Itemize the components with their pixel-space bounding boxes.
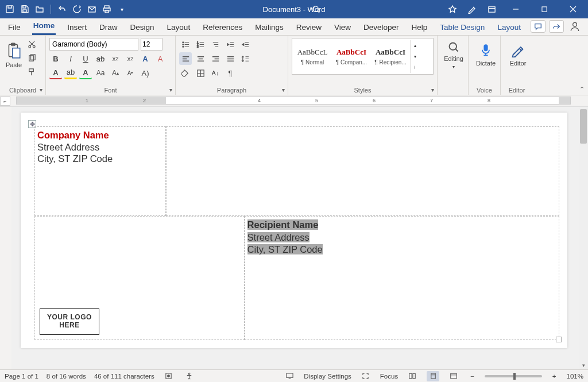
shading-button[interactable]	[179, 67, 192, 79]
style-recipient[interactable]: AaBbCcI ¶ Recipien...	[372, 40, 409, 73]
redo-icon[interactable]	[72, 4, 82, 14]
share-button[interactable]	[549, 20, 564, 33]
tab-references[interactable]: References	[202, 20, 243, 35]
macro-recording-icon[interactable]	[163, 371, 175, 381]
multilevel-button[interactable]	[209, 38, 222, 51]
display-settings-icon[interactable]	[283, 371, 296, 381]
comments-button[interactable]	[531, 20, 546, 33]
page-scroll[interactable]: ✥ Company Name Street Address City, ST Z…	[11, 107, 588, 369]
focus-label[interactable]: Focus	[380, 373, 398, 380]
sender-cell[interactable]: Company Name Street Address City, ST ZIP…	[34, 126, 166, 216]
table-resize-handle[interactable]	[556, 337, 562, 342]
web-layout-button[interactable]	[447, 371, 460, 381]
scroll-thumb[interactable]	[580, 109, 587, 144]
recipient-cell[interactable]: Recipient Name Street Address City, ST Z…	[245, 216, 559, 340]
tab-view[interactable]: View	[333, 20, 352, 35]
styles-more[interactable]: ▴▾⁝	[411, 40, 419, 73]
company-city[interactable]: City, ST ZIP Code	[37, 153, 163, 165]
search-button[interactable]	[312, 5, 320, 14]
ruler-track[interactable]: 1 2 4 5 6 7 8	[16, 97, 571, 105]
focus-icon[interactable]	[359, 371, 372, 381]
align-right-button[interactable]	[209, 52, 222, 65]
zoom-out-button[interactable]: −	[468, 373, 477, 380]
paste-button[interactable]: Paste	[3, 38, 24, 72]
strikethrough-button[interactable]: ab	[94, 52, 107, 65]
styles-gallery[interactable]: AaBbCcL ¶ Normal AaBbCcI ¶ Compan... AaB…	[292, 38, 434, 75]
quick-print-icon[interactable]	[102, 4, 112, 14]
tab-layout[interactable]: Layout	[166, 20, 192, 35]
increase-indent-button[interactable]	[239, 38, 252, 51]
font-name-combo[interactable]	[49, 38, 138, 51]
page[interactable]: ✥ Company Name Street Address City, ST Z…	[21, 113, 567, 348]
undo-icon[interactable]	[57, 4, 67, 14]
justify-button[interactable]	[224, 52, 237, 65]
scroll-down-icon[interactable]: ▾	[579, 361, 588, 369]
underline-button[interactable]: U	[79, 52, 92, 65]
status-page[interactable]: Page 1 of 1	[5, 373, 38, 380]
vertical-ruler[interactable]	[0, 107, 11, 369]
maximize-button[interactable]	[532, 0, 557, 18]
show-marks-button[interactable]: ¶	[224, 67, 237, 79]
subscript-button[interactable]: x2	[109, 52, 122, 65]
font-color-button[interactable]: A	[49, 67, 62, 79]
tab-selector[interactable]: ⌐	[0, 97, 10, 106]
grow-font-button[interactable]: A▴	[109, 67, 122, 79]
tab-insert[interactable]: Insert	[66, 20, 88, 35]
tab-table-layout[interactable]: Layout	[496, 20, 522, 35]
zoom-slider[interactable]	[485, 375, 542, 377]
editor-button[interactable]: Editor	[504, 38, 532, 72]
change-case-button[interactable]: Aa	[94, 67, 107, 79]
close-button[interactable]	[560, 0, 586, 18]
superscript-button[interactable]: x2	[124, 52, 137, 65]
coming-soon-icon[interactable]	[464, 0, 480, 18]
format-painter-button[interactable]	[25, 65, 38, 78]
paragraph-dialog-launcher[interactable]: ▾	[282, 87, 285, 93]
cut-button[interactable]	[25, 38, 38, 51]
tab-mailings[interactable]: Mailings	[254, 20, 285, 35]
display-settings-label[interactable]: Display Settings	[304, 373, 351, 380]
tab-draw[interactable]: Draw	[98, 20, 119, 35]
collapse-ribbon-icon[interactable]: ⌃	[579, 86, 585, 93]
bullets-button[interactable]	[179, 38, 192, 51]
open-icon[interactable]	[34, 4, 45, 14]
ribbon-display-icon[interactable]	[483, 0, 500, 18]
borders-button[interactable]	[194, 67, 207, 79]
status-words[interactable]: 8 of 16 words	[47, 373, 86, 380]
font-dialog-launcher[interactable]: ▾	[169, 87, 172, 93]
shrink-font-button[interactable]: A▾	[124, 67, 137, 79]
accessibility-icon[interactable]	[183, 371, 196, 381]
recipient-street[interactable]: Street Address	[247, 232, 310, 242]
clear-format-button[interactable]: A	[154, 52, 167, 65]
line-spacing-button[interactable]	[239, 52, 252, 65]
font-color2-button[interactable]: A	[79, 67, 92, 79]
zoom-in-button[interactable]: +	[550, 373, 559, 380]
align-center-button[interactable]	[194, 52, 207, 65]
copy-button[interactable]	[25, 52, 38, 64]
recipient-city[interactable]: City, ST ZIP Code	[247, 244, 323, 254]
account-icon[interactable]	[567, 20, 582, 33]
company-name[interactable]: Company Name	[37, 129, 163, 141]
phonetic-button[interactable]: A)	[139, 67, 152, 79]
company-street[interactable]: Street Address	[37, 141, 163, 153]
decrease-indent-button[interactable]	[224, 38, 237, 51]
zoom-level[interactable]: 101%	[567, 373, 583, 380]
logo-placeholder[interactable]: YOUR LOGO HERE	[40, 308, 99, 335]
style-company[interactable]: AaBbCcI ¶ Compan...	[332, 40, 370, 73]
tab-developer[interactable]: Developer	[362, 20, 400, 35]
tab-table-design[interactable]: Table Design	[439, 20, 486, 35]
dictate-button[interactable]: Dictate	[472, 38, 500, 72]
email-icon[interactable]	[87, 4, 97, 14]
highlight-button[interactable]: ab	[64, 67, 77, 79]
italic-button[interactable]: I	[64, 52, 77, 65]
sort-button[interactable]: A↓	[209, 67, 222, 79]
tab-review[interactable]: Review	[295, 20, 323, 35]
status-chars[interactable]: 46 of 111 characters	[94, 373, 154, 380]
minimize-button[interactable]	[503, 0, 528, 18]
font-size-combo[interactable]	[141, 38, 163, 51]
tab-help[interactable]: Help	[411, 20, 429, 35]
premium-icon[interactable]	[444, 0, 461, 18]
tab-design[interactable]: Design	[129, 20, 156, 35]
clipboard-dialog-launcher[interactable]: ▾	[40, 87, 42, 93]
recipient-name[interactable]: Recipient Name	[247, 219, 319, 230]
editing-button[interactable]: Editing ▾	[441, 38, 466, 72]
